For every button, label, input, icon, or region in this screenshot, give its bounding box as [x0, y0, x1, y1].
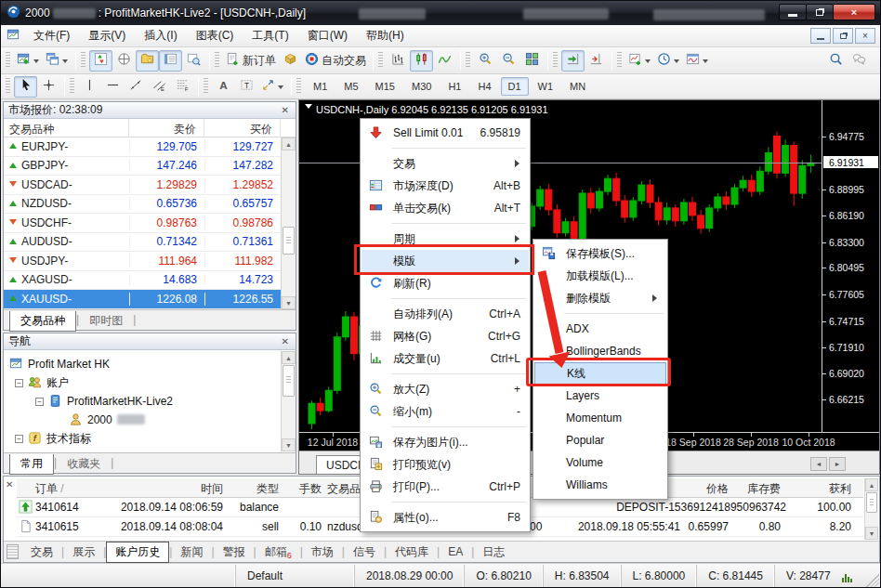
chart-shift-button[interactable] — [585, 50, 608, 72]
context-menu-单击交易-k-[interactable]: 单击交易(k)Alt+T — [362, 197, 529, 219]
navigator-button[interactable] — [136, 50, 159, 72]
close-icon[interactable]: ✕ — [280, 337, 291, 346]
terminal-scrollbar[interactable]: ▲ ▼ — [864, 478, 878, 540]
context-menu-网格-G-[interactable]: 网格(G)Ctrl+G — [362, 325, 529, 347]
hline-button[interactable] — [101, 76, 125, 98]
mdi-minimize-button[interactable] — [810, 28, 831, 44]
column-header-0[interactable]: 交易品种 — [4, 119, 129, 137]
community-button[interactable] — [848, 50, 871, 72]
context-menu-打印-P-[interactable]: 打印(P)...Ctrl+P — [362, 476, 529, 498]
close-button[interactable]: × — [833, 4, 875, 20]
chevron-down-icon[interactable] — [645, 59, 651, 66]
context-menu-Sell-Limit-0-01[interactable]: Sell Limit 0.016.95819 — [362, 122, 529, 144]
toolbar-grip[interactable] — [70, 78, 74, 95]
market-watch-row-xagusd[interactable]: XAGUSD-14.68314.723 — [4, 271, 296, 291]
toolbar-grip[interactable] — [204, 78, 208, 95]
timeframe-m5[interactable]: M5 — [336, 77, 365, 96]
navigator-tab-收藏夹[interactable]: 收藏夹 — [57, 454, 111, 474]
toolbar-grip[interactable] — [81, 52, 85, 69]
scroll-down-icon[interactable]: ▼ — [282, 296, 296, 309]
menu-item-工具T[interactable]: 工具(T) — [243, 24, 297, 47]
terminal-tab-代码库[interactable]: 代码库 — [387, 542, 437, 563]
trendline-button[interactable] — [125, 76, 148, 98]
collapse-icon[interactable]: − — [15, 379, 23, 387]
timeframe-h4[interactable]: H4 — [470, 77, 498, 96]
column-header-1[interactable]: 卖价 — [129, 119, 204, 137]
scroll-left-icon[interactable]: ◄ — [810, 457, 827, 471]
timeframe-mn[interactable]: MN — [562, 77, 593, 96]
strategy-tester-button[interactable] — [182, 50, 205, 72]
market-watch-tab-交易品种[interactable]: 交易品种 — [9, 311, 76, 332]
timeframe-d1[interactable]: D1 — [501, 77, 529, 96]
context-menu-周期[interactable]: 周期 — [362, 228, 529, 250]
mdi-close-button[interactable]: × — [855, 28, 875, 44]
chevron-down-icon[interactable] — [278, 85, 283, 92]
navigator-scrollbar[interactable]: ▲ ▼ — [281, 351, 296, 451]
market-watch-row-usdcad[interactable]: USDCAD-1.298291.29852 — [4, 176, 296, 195]
context-menu-刷新-R-[interactable]: 刷新(R) — [362, 272, 529, 294]
toolbar-grip[interactable] — [6, 52, 10, 69]
column-header-2[interactable]: 买价 — [204, 119, 281, 137]
channel-button[interactable]: E — [148, 76, 171, 98]
toolbar-grip[interactable] — [215, 52, 219, 69]
terminal-tab-市场[interactable]: 市场 — [303, 542, 342, 563]
chart-profiles-button[interactable] — [43, 50, 72, 72]
terminal-tab-日志[interactable]: 日志 — [474, 542, 513, 563]
context-menu-成交量-u-[interactable]: 成交量(u)Ctrl+L — [362, 347, 529, 370]
scroll-down-icon[interactable]: ▼ — [282, 438, 296, 451]
metaeditor-button[interactable] — [279, 50, 302, 72]
tree-item-账户[interactable]: −账户 — [4, 373, 296, 392]
terminal-tab-信号[interactable]: 信号 — [345, 542, 384, 563]
market-watch-row-xauusd[interactable]: XAUUSD-1226.081226.55 — [4, 290, 296, 309]
scrollbar-thumb[interactable] — [283, 227, 295, 255]
context-menu-缩小-m-[interactable]: 缩小(m)- — [362, 400, 529, 423]
menu-item-显示V[interactable]: 显示(V) — [79, 24, 135, 47]
autotrading-button[interactable]: 自动交易 — [302, 50, 369, 72]
toolbar-grip[interactable] — [617, 52, 622, 69]
tree-item-技术指标[interactable]: −f技术指标 — [4, 429, 296, 448]
indicators-button[interactable] — [625, 50, 654, 72]
minimize-button[interactable] — [779, 4, 807, 20]
template-menu-删除模版[interactable]: 删除模版 — [534, 287, 666, 309]
periods-button[interactable] — [654, 50, 683, 72]
scroll-right-icon[interactable]: ► — [829, 457, 846, 471]
template-menu-Layers[interactable]: Layers — [534, 385, 666, 407]
context-menu-保存为图片-i-[interactable]: 保存为图片(i)... — [362, 431, 529, 453]
context-menu-打印预览-v-[interactable]: 打印预览(v) — [362, 453, 529, 476]
bar-chart-button[interactable] — [387, 50, 410, 72]
arrows-button[interactable] — [258, 76, 287, 98]
tree-item-Profit-Market-HK[interactable]: Profit Market HK — [4, 355, 296, 373]
restore-button[interactable] — [806, 4, 834, 20]
cursor-button[interactable] — [14, 76, 37, 98]
toolbar-grip[interactable] — [296, 78, 301, 95]
crosshair-button[interactable] — [37, 76, 60, 98]
collapse-icon[interactable]: − — [35, 398, 44, 406]
auto-scroll-button[interactable] — [561, 50, 585, 72]
menu-item-帮助H[interactable]: 帮助(H) — [357, 24, 414, 47]
menu-item-文件F[interactable]: 文件(F) — [24, 24, 79, 47]
menu-item-插入I[interactable]: 插入(I) — [135, 24, 186, 47]
context-menu-交易[interactable]: 交易 — [362, 152, 529, 175]
market-watch-tab-即时图[interactable]: 即时图 — [79, 311, 133, 331]
scroll-down-icon[interactable]: ▼ — [865, 527, 878, 540]
zoom-in-button[interactable] — [474, 50, 497, 72]
template-menu-BollingerBands[interactable]: BollingerBands — [534, 340, 666, 362]
terminal-tab-邮箱[interactable]: 邮箱6 — [256, 542, 300, 563]
toolbar-grip[interactable] — [553, 52, 558, 69]
tree-item-ProfitMarketHK-Live2[interactable]: −ProfitMarketHK-Live2 — [4, 392, 296, 411]
template-menu-保存模板-S-[interactable]: 保存模板(S)... — [534, 242, 666, 265]
new-order-button[interactable]: 新订单 — [223, 50, 279, 72]
context-menu-模版[interactable]: 模版 — [362, 250, 529, 272]
search-button[interactable] — [824, 50, 848, 72]
scroll-up-icon[interactable]: ▲ — [282, 137, 296, 150]
terminal-tab-交易[interactable]: 交易 — [22, 542, 61, 563]
timeframe-h1[interactable]: H1 — [440, 77, 468, 96]
terminal-button[interactable] — [159, 50, 182, 72]
template-menu-Volume[interactable]: Volume — [534, 451, 666, 474]
timeframe-m1[interactable]: M1 — [306, 77, 335, 96]
context-menu-放大-Z-[interactable]: 放大(Z)+ — [362, 378, 529, 400]
template-menu-Popular[interactable]: Popular — [534, 429, 666, 451]
scrollbar-thumb[interactable] — [866, 492, 877, 513]
text-label-button[interactable]: T — [235, 76, 258, 98]
template-menu-K线[interactable]: K线 — [534, 362, 666, 385]
